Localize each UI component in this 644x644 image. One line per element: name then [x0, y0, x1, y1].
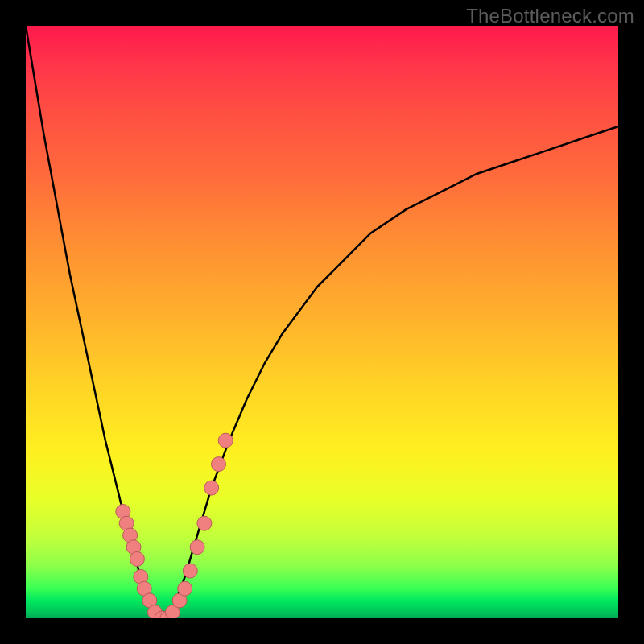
- watermark-text: TheBottleneck.com: [466, 5, 634, 27]
- data-point: [212, 457, 226, 472]
- data-point: [183, 564, 197, 578]
- data-point: [218, 433, 233, 448]
- data-point: [178, 581, 192, 596]
- bottleneck-curve: [26, 26, 618, 618]
- data-point: [204, 481, 219, 495]
- data-markers: [116, 433, 233, 618]
- chart-svg: [26, 26, 618, 618]
- data-point: [190, 540, 204, 555]
- data-point: [130, 551, 144, 566]
- chart-frame: TheBottleneck.com: [0, 0, 644, 644]
- data-point: [197, 516, 212, 530]
- plot-area: [26, 26, 618, 618]
